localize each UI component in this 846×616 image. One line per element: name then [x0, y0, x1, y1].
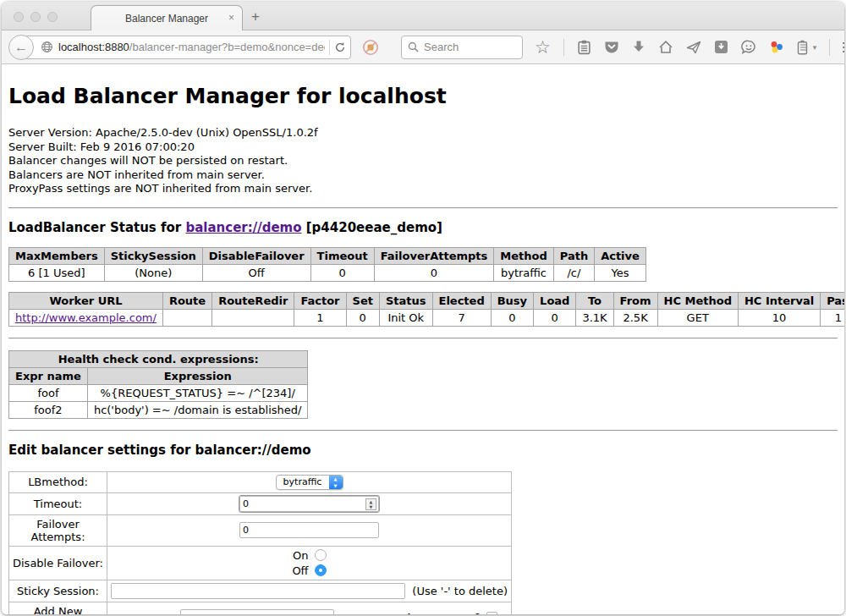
url-text[interactable]: localhost:8880/balancer-manager?b=demo&n…	[58, 41, 325, 53]
square-download-icon[interactable]	[714, 40, 728, 54]
chat-smiley-icon[interactable]	[741, 40, 756, 54]
download-icon[interactable]	[632, 40, 645, 54]
balancer-settings-form: LBmethod: bytraffic ▲▼ Timeout: ▲▼	[8, 471, 512, 614]
tab-bar: Balancer Manager × +	[2, 2, 844, 30]
globe-icon	[41, 41, 53, 53]
lbmethod-select[interactable]: bytraffic ▲▼	[276, 475, 343, 490]
number-spinner-icon[interactable]: ▲▼	[365, 498, 376, 510]
note-persist: Balancer changes will NOT be persisted o…	[8, 154, 838, 168]
add-worker-input[interactable]	[180, 609, 334, 614]
select-stepper-icon: ▲▼	[329, 476, 343, 489]
chevron-down-icon[interactable]: ▾	[813, 43, 817, 52]
clipboard-icon[interactable]	[577, 40, 591, 55]
table-row: foof %{REQUEST_STATUS} =~ /^[234]/	[9, 384, 308, 401]
sticky-session-label: Sticky Session:	[9, 580, 107, 602]
reload-icon[interactable]	[334, 41, 346, 53]
timeout-input[interactable]	[239, 496, 379, 512]
server-built: Server Built: Feb 9 2016 07:00:20	[8, 140, 838, 155]
search-placeholder: Search	[424, 41, 459, 53]
failover-attempts-input[interactable]	[239, 522, 379, 538]
content-blocked-icon[interactable]	[362, 39, 379, 56]
table-row: foof2 hc('body') =~ /domain is establish…	[9, 401, 308, 418]
note-proxypass: ProxyPass settings are NOT inherited fro…	[8, 182, 838, 196]
tab-balancer-manager[interactable]: Balancer Manager ×	[91, 5, 243, 30]
divider	[8, 207, 838, 209]
minimize-window-button[interactable]	[30, 12, 41, 22]
url-bar[interactable]: localhost:8880/balancer-manager?b=demo&n…	[21, 36, 351, 59]
bookmark-star-icon[interactable]: ☆	[535, 39, 551, 56]
search-icon	[408, 41, 419, 52]
divider	[8, 430, 838, 432]
sticky-session-hint: (Use '-' to delete)	[412, 585, 508, 597]
tab-close-icon[interactable]: ×	[228, 12, 234, 24]
worker-table: Worker URL RouteRouteRedir FactorSet Sta…	[8, 292, 844, 327]
health-check-table: Health check cond. expressions: Expr nam…	[8, 350, 308, 419]
colored-dots-icon[interactable]	[769, 40, 784, 54]
note-balancers: Balancers are NOT inherited from main se…	[8, 168, 838, 183]
add-worker-label: Add New Worker:	[9, 602, 107, 614]
navigation-bar: ← localhost:8880/balancer-manager?b=demo…	[2, 30, 844, 64]
page-content: Load Balancer Manager for localhost Serv…	[2, 64, 844, 614]
edit-settings-heading: Edit balancer settings for balancer://de…	[8, 443, 838, 458]
sticky-session-input[interactable]	[111, 583, 405, 599]
table-row: 6 [1 Used](None) Off0 0bytraffic /c/Yes	[9, 264, 646, 281]
server-version: Server Version: Apache/2.5.0-dev (Unix) …	[8, 126, 838, 140]
search-bar[interactable]: Search	[401, 36, 523, 59]
send-icon[interactable]	[686, 41, 701, 54]
pocket-icon[interactable]	[604, 40, 619, 54]
server-info: Server Version: Apache/2.5.0-dev (Unix) …	[8, 126, 838, 196]
menu-icon[interactable]	[843, 42, 844, 52]
failover-attempts-label: Failover Attempts:	[9, 514, 107, 546]
window-controls[interactable]	[14, 12, 58, 22]
url-domain: localhost:8880	[58, 41, 129, 53]
url-path: /balancer-manager?b=demo&nonce=decc37be-…	[129, 41, 325, 53]
close-window-button[interactable]	[14, 12, 24, 22]
browser-window: Balancer Manager × + ← localhost:8880/ba…	[2, 2, 844, 614]
disable-failover-on-radio[interactable]	[315, 549, 327, 561]
disable-failover-off-radio[interactable]	[315, 564, 327, 576]
are-you-sure-label: Are you sure?	[405, 611, 481, 614]
balancer-demo-link[interactable]: balancer://demo	[185, 220, 301, 235]
divider	[8, 338, 838, 339]
battery-icon[interactable]	[797, 40, 808, 55]
radio-off-label: Off	[292, 564, 308, 577]
status-heading: LoadBalancer Status for balancer://demo …	[8, 220, 838, 235]
tab-title: Balancer Manager	[125, 13, 208, 25]
worker-url-link[interactable]: http://www.example.com/	[15, 311, 157, 324]
toolbar-icons: ☆	[535, 39, 844, 56]
zoom-window-button[interactable]	[47, 12, 58, 22]
new-tab-button[interactable]: +	[251, 8, 260, 25]
page-title: Load Balancer Manager for localhost	[8, 84, 838, 108]
table-row: http://www.example.com/ 10 Init Ok7 00 3…	[9, 309, 845, 326]
are-you-sure-checkbox[interactable]	[486, 612, 497, 614]
home-icon[interactable]	[658, 40, 673, 54]
disable-failover-label: Disable Failover:	[9, 546, 107, 580]
balancer-status-table: MaxMembersStickySession DisableFailoverT…	[8, 247, 646, 282]
back-button[interactable]: ←	[8, 35, 34, 60]
timeout-label: Timeout:	[9, 492, 107, 514]
lbmethod-label: LBmethod:	[9, 471, 107, 492]
radio-on-label: On	[293, 549, 308, 562]
